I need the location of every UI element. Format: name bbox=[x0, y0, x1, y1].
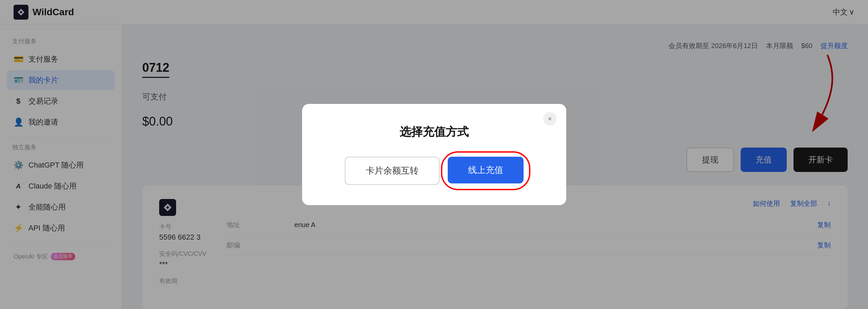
online-recharge-button[interactable]: 线上充值 bbox=[448, 157, 524, 183]
modal-title: 选择充值方式 bbox=[329, 124, 539, 140]
online-recharge-wrapper: 线上充值 bbox=[448, 157, 524, 185]
modal-action-buttons: 卡片余额互转 线上充值 bbox=[329, 157, 539, 185]
transfer-balance-button[interactable]: 卡片余额互转 bbox=[345, 157, 440, 185]
recharge-modal: × 选择充值方式 卡片余额互转 线上充值 bbox=[302, 104, 566, 205]
modal-overlay: × 选择充值方式 卡片余额互转 线上充值 bbox=[0, 0, 868, 309]
modal-close-button[interactable]: × bbox=[543, 112, 557, 126]
